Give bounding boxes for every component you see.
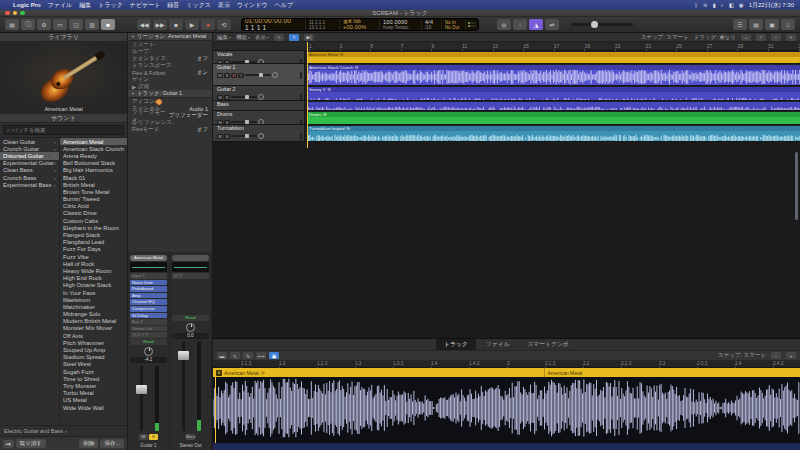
flex-icon[interactable]: ≈ — [289, 34, 299, 41]
pointer-tool-icon[interactable]: ↖ — [230, 352, 240, 359]
empty-arrange-space[interactable] — [213, 142, 800, 338]
region[interactable]: American Stack Crunch⟳ — [307, 65, 800, 85]
library-patch[interactable]: Hall of Rock — [60, 260, 127, 267]
library-patch[interactable]: Time to Shred — [60, 375, 127, 382]
save-button[interactable]: 保存... — [100, 439, 124, 448]
library-patch[interactable]: British Metal — [60, 181, 127, 188]
solo-button[interactable]: S — [224, 120, 230, 125]
strip-button-m[interactable]: M — [139, 434, 148, 440]
volume-fader[interactable] — [136, 385, 147, 394]
region-parameter-row[interactable]: Flex & Follow:オン — [128, 69, 212, 76]
library-category[interactable]: Experimental Guitar› — [0, 160, 59, 167]
region[interactable]: Drums⟳ — [307, 112, 800, 124]
region-more-row[interactable]: ▶ 詳細 — [128, 83, 212, 90]
play-button[interactable]: ▶ — [185, 19, 199, 30]
app-menu[interactable]: Logic Pro — [13, 2, 41, 8]
library-patch[interactable]: Pitch Whammer — [60, 339, 127, 346]
playhead[interactable] — [307, 42, 308, 148]
library-patch[interactable]: High End Rock — [60, 275, 127, 282]
volume-fader[interactable] — [178, 351, 189, 360]
library-patch[interactable]: Modern British Metal — [60, 318, 127, 325]
mute-button[interactable]: M — [217, 120, 223, 125]
automation-mode-button[interactable]: Read — [130, 339, 167, 345]
marquee-tool-icon[interactable]: ⟷ — [256, 352, 266, 359]
toolbar-toggle-icon[interactable]: ▭ — [53, 19, 67, 30]
patch-search-input[interactable]: ⌕ パッチを検索 — [3, 125, 124, 135]
library-category[interactable]: Crunch Bass› — [0, 174, 59, 181]
settings-icon[interactable]: ⚙ — [37, 19, 51, 30]
edit-menu[interactable]: 編集▾ — [217, 34, 231, 41]
pan-knob[interactable] — [186, 323, 195, 332]
library-patch[interactable]: Heavy Wide Room — [60, 267, 127, 274]
track-header[interactable]: Guitar 2MS — [213, 86, 305, 100]
track-lane[interactable]: American Stack Crunch⟳ — [305, 64, 800, 85]
track-header[interactable]: Bass — [213, 101, 305, 110]
library-patch[interactable]: Custom Cabs — [60, 217, 127, 224]
track-pan-knob[interactable] — [272, 72, 278, 78]
library-patch[interactable]: Steel West — [60, 361, 127, 368]
track-parameter-row[interactable]: フリーズモード:プリフェーダー — [128, 112, 212, 119]
region-inspector-header[interactable]: ▼ リージョン: American Metal — [128, 33, 212, 41]
track-parameter-row[interactable]: Q-リファレンス: — [128, 119, 212, 126]
library-patch[interactable]: Maelstrom — [60, 296, 127, 303]
library-category[interactable]: Crunch Guitar› — [0, 145, 59, 152]
library-patch[interactable]: Citric Acid — [60, 203, 127, 210]
library-patch[interactable]: American Stack Crunch — [60, 145, 127, 152]
eq-thumbnail[interactable] — [130, 262, 167, 272]
output-slot[interactable]: 出力 — [172, 273, 209, 279]
track-pan-knob[interactable] — [258, 133, 264, 139]
siri-icon[interactable]: ◉ — [739, 2, 744, 8]
wifi-icon[interactable]: ≋ — [703, 2, 708, 8]
track-volume-slider[interactable] — [245, 74, 271, 77]
catch-playhead-icon[interactable]: ▶| — [304, 34, 314, 41]
action-menu-button[interactable]: ▪▾ — [3, 440, 14, 448]
stop-button[interactable]: ■ — [169, 19, 183, 30]
lcd-display[interactable]: 01:00:00:00.00 1 1 1 1 11 1 1 1 13 1 1 1… — [241, 18, 479, 31]
track-volume-slider[interactable] — [231, 135, 257, 138]
track-parameter-row[interactable]: アイコン: — [128, 98, 212, 105]
track-pan-knob[interactable] — [258, 59, 264, 63]
zoom-out-icon[interactable]: − — [771, 352, 781, 359]
library-patch[interactable]: Big Hair Harmonics — [60, 167, 127, 174]
library-patch[interactable]: American Metal — [60, 138, 127, 145]
track-row[interactable]: VocalsMSAmerican Metal⟳ — [213, 51, 800, 64]
library-patch[interactable]: In Your Face — [60, 289, 127, 296]
revert-button[interactable]: 取り消す — [16, 439, 46, 448]
track-row[interactable]: Guitar 1MSRIAmerican Stack Crunch⟳ — [213, 64, 800, 86]
library-patch[interactable]: Off Axis — [60, 332, 127, 339]
pan-knob[interactable] — [144, 347, 153, 356]
editor-tab[interactable]: スマートテンポ — [520, 339, 577, 350]
rewind-button[interactable]: ◀◀ — [137, 19, 151, 30]
zoom-in-icon[interactable]: + — [786, 352, 796, 359]
count-in-icon[interactable]: ⁞ — [513, 19, 527, 30]
track-pan-knob[interactable] — [258, 94, 264, 100]
track-volume-slider[interactable] — [231, 96, 257, 99]
tuner-icon[interactable]: ψ — [497, 19, 511, 30]
library-category[interactable]: Clean Bass› — [0, 167, 59, 174]
mute-button[interactable]: M — [217, 73, 223, 78]
track-row[interactable]: TurntablismMSTurntablism looped⟳ — [213, 125, 800, 142]
browsers-icon[interactable]: ▣ — [765, 19, 779, 30]
library-patch[interactable]: US Metal — [60, 397, 127, 404]
strip-button-s[interactable]: S — [149, 434, 158, 440]
input-monitor-button[interactable]: I — [238, 73, 244, 78]
input-slot[interactable]: Input 1 — [130, 273, 167, 279]
library-patch[interactable]: Sugah Fuzz — [60, 368, 127, 375]
regions-view-icon[interactable]: ▬ — [217, 352, 227, 359]
cycle-button[interactable]: ⟲ — [217, 19, 231, 30]
library-patch[interactable]: Elephant in the Room — [60, 224, 127, 231]
library-patch[interactable]: Burnin' Tweed — [60, 196, 127, 203]
region-parameter-row[interactable]: トランスポーズ: — [128, 62, 212, 69]
editor-region-header[interactable]: S American Metal ⟳ American Metal — [213, 368, 800, 377]
channel-setting-button[interactable] — [172, 255, 209, 261]
strip-button-bnce[interactable]: Bnce — [186, 434, 195, 440]
region-parameter-row[interactable]: ゲイン: — [128, 76, 212, 83]
delete-button[interactable]: 削除 — [79, 439, 98, 448]
library-patch[interactable]: Tiny Monster — [60, 382, 127, 389]
plugin-slot[interactable]: Noise Gate — [130, 280, 167, 286]
library-patch[interactable]: Turbo Metal — [60, 390, 127, 397]
zoom-out-icon[interactable]: − — [771, 34, 781, 41]
library-breadcrumb[interactable]: Electric Guitar and Bass› — [0, 425, 127, 436]
library-patch[interactable]: Midrange Solo — [60, 311, 127, 318]
mute-button[interactable]: M — [217, 95, 223, 100]
